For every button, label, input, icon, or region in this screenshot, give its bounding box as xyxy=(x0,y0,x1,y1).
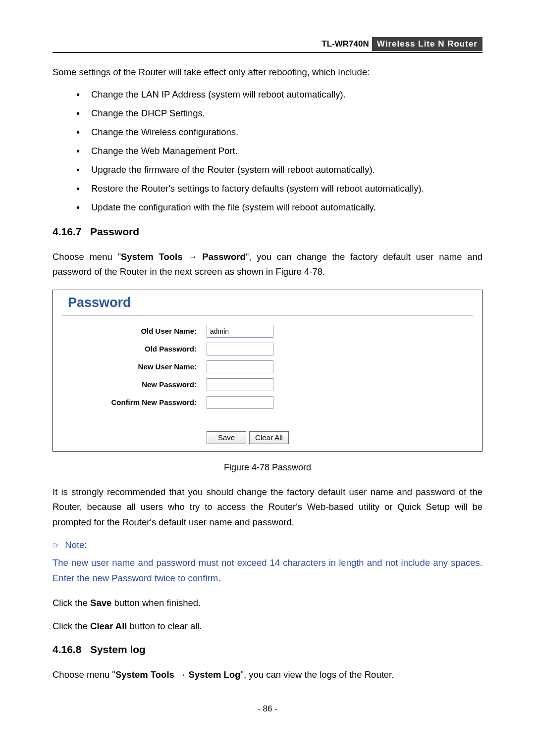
row-new-user: New User Name: xyxy=(53,360,482,373)
button-row: Save Clear All xyxy=(53,431,482,451)
section-heading-password: 4.16.7 Password xyxy=(53,226,482,238)
password-lead-paragraph: Choose menu "System Tools → Password", y… xyxy=(53,250,482,280)
section-number: 4.16.7 xyxy=(53,226,81,237)
text: ", you can view the logs of the Router. xyxy=(240,669,394,680)
row-confirm-pass: Confirm New Password: xyxy=(53,396,482,409)
password-form: Old User Name: Old Password: New User Na… xyxy=(53,323,482,416)
bold-text: Clear All xyxy=(90,621,127,631)
row-new-pass: New Password: xyxy=(53,378,482,391)
label-new-user: New User Name: xyxy=(53,362,207,371)
arrow-icon: → xyxy=(174,669,189,680)
header-product: Wireless Lite N Router xyxy=(372,37,482,51)
click-save-paragraph: Click the Save button when finished. xyxy=(53,596,482,611)
figure-caption: Figure 4-78 Password xyxy=(53,462,482,473)
panel-title: Password xyxy=(53,290,482,313)
header-model: TL-WR740N xyxy=(321,39,372,49)
panel-separator xyxy=(62,315,473,316)
figure-password-panel: Password Old User Name: Old Password: Ne… xyxy=(53,290,482,452)
text: button to clear all. xyxy=(127,621,202,631)
intro-text: Some settings of the Router will take ef… xyxy=(53,65,482,80)
reboot-bullet-list: Change the LAN IP Address (system will r… xyxy=(53,89,482,213)
row-old-pass: Old Password: xyxy=(53,343,482,355)
section-title: Password xyxy=(90,226,139,237)
list-item: Change the Web Management Port. xyxy=(76,146,482,156)
page-number: - 86 - xyxy=(0,704,535,714)
label-old-user: Old User Name: xyxy=(53,327,207,335)
text: Click the xyxy=(53,598,90,608)
arrow-icon: → xyxy=(182,252,202,262)
row-old-user: Old User Name: xyxy=(53,325,482,338)
list-item: Restore the Router's settings to factory… xyxy=(76,183,482,194)
section-title: System log xyxy=(90,644,146,655)
recommend-paragraph: It is strongly recommended that you shou… xyxy=(53,485,482,530)
confirm-password-input[interactable] xyxy=(207,396,273,409)
text: button when finished. xyxy=(111,598,201,608)
old-user-input[interactable] xyxy=(207,325,273,338)
old-password-input[interactable] xyxy=(207,343,273,355)
note-label: Note: xyxy=(65,540,87,550)
save-button[interactable]: Save xyxy=(207,431,246,444)
list-item: Upgrade the firmware of the Router (syst… xyxy=(76,164,482,175)
note-heading: ☞ Note: xyxy=(53,540,482,551)
menu-path-2: System Log xyxy=(189,669,241,680)
panel-separator xyxy=(62,424,473,424)
list-item: Update the configuration with the file (… xyxy=(76,202,482,213)
new-user-input[interactable] xyxy=(207,360,273,373)
section-number: 4.16.8 xyxy=(53,644,81,655)
list-item: Change the DHCP Settings. xyxy=(76,108,482,119)
list-item: Change the Wireless configurations. xyxy=(76,127,482,138)
hand-point-icon: ☞ xyxy=(53,541,60,550)
menu-path-2: Password xyxy=(202,252,245,262)
text: Choose menu " xyxy=(53,669,115,680)
text: Click the xyxy=(53,621,90,631)
new-password-input[interactable] xyxy=(207,378,273,391)
label-new-pass: New Password: xyxy=(53,380,207,389)
syslog-lead-paragraph: Choose menu "System Tools → System Log",… xyxy=(53,667,482,683)
text: Choose menu " xyxy=(53,252,121,262)
section-heading-syslog: 4.16.8 System log xyxy=(53,644,482,655)
menu-path-1: System Tools xyxy=(121,252,182,262)
click-clear-paragraph: Click the Clear All button to clear all. xyxy=(53,619,482,634)
clear-all-button[interactable]: Clear All xyxy=(249,431,289,444)
list-item: Change the LAN IP Address (system will r… xyxy=(76,89,482,100)
bold-text: Save xyxy=(90,598,111,608)
page-header: TL-WR740N Wireless Lite N Router xyxy=(53,37,482,51)
label-confirm-pass: Confirm New Password: xyxy=(53,398,207,406)
header-rule xyxy=(53,52,482,53)
note-body: The new user name and password must not … xyxy=(53,555,482,586)
label-old-pass: Old Password: xyxy=(53,345,207,353)
menu-path-1: System Tools xyxy=(115,669,174,680)
